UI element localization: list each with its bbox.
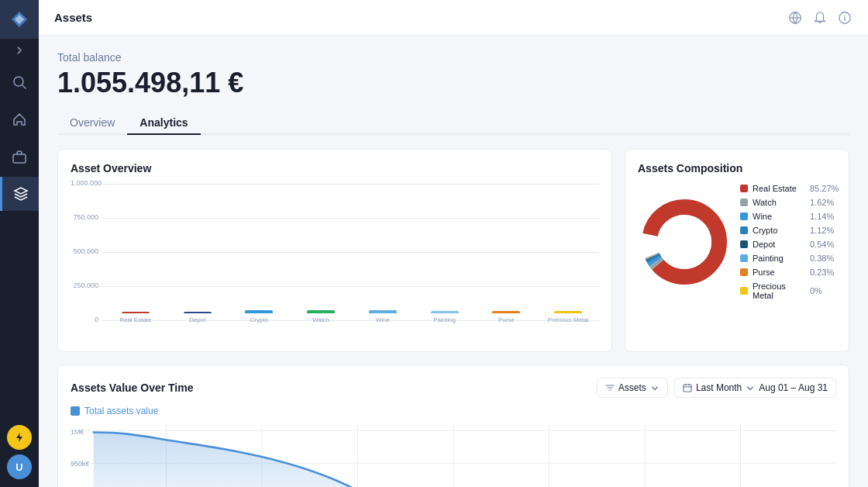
legend-pct-depot: 0.54% [810, 240, 834, 249]
sidebar-item-search[interactable] [0, 65, 39, 99]
sidebar-logo [0, 0, 39, 39]
bar-group-painting: Painting [414, 311, 476, 323]
bar-label-painting: Painting [433, 316, 456, 323]
briefcase-icon [12, 149, 27, 164]
bar-group-preciousmetal: Precious Metal [537, 311, 599, 323]
search-icon [12, 74, 27, 90]
line-chart-svg: 1M€ 950k€ 885k€ [71, 423, 836, 487]
bar-chart-title: Asset Overview [71, 162, 599, 174]
svg-rect-13 [684, 385, 691, 392]
legend-pct-purse: 0.23% [810, 268, 834, 277]
bar-watch [307, 310, 335, 313]
donut-svg [638, 195, 731, 288]
bell-icon[interactable] [812, 10, 828, 26]
legend-pct-wine: 1.14% [810, 212, 834, 221]
legend-item-crypto: Crypto 1.12% [740, 226, 839, 235]
topbar-icons [787, 10, 852, 26]
legend-item-preciousmetal: Precious Metal 0% [740, 281, 839, 300]
svg-point-0 [14, 77, 23, 86]
legend-name-wine: Wine [753, 212, 805, 221]
bar-label-purse: Purse [498, 316, 515, 323]
bar-chart-card: Asset Overview 1.000.000 750.000 500.000 [57, 149, 612, 352]
svg-text:950k€: 950k€ [71, 460, 89, 468]
last-month-label: Last Month [696, 382, 742, 393]
bolt-badge[interactable] [7, 425, 32, 450]
legend-item-wine: Wine 1.14% [740, 212, 839, 221]
legend-dot-realestate [740, 185, 748, 192]
bar-label-watch: Watch [312, 316, 329, 323]
sidebar-bottom: U [7, 425, 32, 487]
legend-item-painting: Painting 0.38% [740, 254, 839, 263]
legend-dot-purse [740, 268, 748, 276]
legend-name-depot: Depot [753, 240, 805, 249]
charts-row: Asset Overview 1.000.000 750.000 500.000 [57, 149, 849, 352]
grid-label-2: 750.000 [71, 213, 98, 221]
donut-chart-card: Assets Composition [625, 149, 849, 352]
legend-dot-watch [740, 199, 748, 206]
legend-name-purse: Purse [753, 268, 805, 277]
bar-chart-area: 1.000.000 750.000 500.000 250.000 0 [71, 184, 599, 339]
layers-icon [13, 186, 29, 202]
sidebar-item-home[interactable] [0, 102, 39, 136]
legend-item-depot: Depot 0.54% [740, 240, 839, 249]
legend-line-dot [71, 406, 80, 416]
legend-dot-preciousmetal [740, 287, 748, 295]
balance-section: Total balance 1.055.498,11 € [57, 51, 849, 99]
date-range-label: Aug 01 – Aug 31 [759, 382, 828, 393]
globe-icon[interactable] [787, 10, 803, 26]
svg-point-4 [844, 15, 845, 16]
date-range-button[interactable]: Last Month Aug 01 – Aug 31 [674, 378, 836, 398]
svg-rect-1 [13, 154, 26, 163]
grid-label-4: 250.000 [71, 281, 98, 289]
bar-crypto [245, 310, 273, 313]
sidebar-item-briefcase[interactable] [0, 140, 39, 174]
filter-assets-button[interactable]: Assets [597, 378, 668, 398]
bar-group-depot: Depot [167, 312, 229, 323]
line-chart-area: 1M€ 950k€ 885k€ [71, 423, 836, 487]
tab-analytics[interactable]: Analytics [127, 112, 200, 135]
donut-chart-title: Assets Composition [638, 162, 836, 174]
legend-pct-preciousmetal: 0% [810, 286, 822, 295]
legend-dot-painting [740, 254, 748, 262]
avatar[interactable]: U [7, 454, 32, 479]
grid-label-1: 1.000.000 [71, 179, 98, 187]
bar-purse [492, 311, 520, 313]
bar-label-crypto: Crypto [250, 316, 269, 323]
filter-label: Assets [618, 382, 646, 393]
bars-container: Real Estate Depot Crypto Watch [105, 184, 599, 323]
bar-painting [431, 311, 459, 313]
grid-label-3: 500.000 [71, 247, 98, 255]
legend-pct-painting: 0.38% [810, 254, 834, 263]
bar-depot [184, 312, 212, 313]
legend-name-painting: Painting [753, 254, 805, 263]
bar-group-purse: Purse [476, 311, 538, 323]
content-area: Total balance 1.055.498,11 € Overview An… [39, 36, 868, 487]
bar-group-watch: Watch [290, 310, 352, 323]
main-content: Assets [39, 0, 868, 487]
time-chart-legend: Total assets value [71, 406, 836, 416]
bar-wine [369, 310, 397, 313]
legend-dot-crypto [740, 226, 748, 234]
svg-text:1M€: 1M€ [71, 427, 84, 435]
time-card-header: Assets Value Over Time Assets [71, 378, 836, 398]
info-icon[interactable] [837, 10, 852, 26]
legend-name-watch: Watch [753, 198, 805, 207]
svg-point-12 [657, 215, 711, 269]
sidebar: U [0, 0, 39, 487]
time-card-controls: Assets Last Month [597, 378, 836, 398]
tab-overview[interactable]: Overview [57, 112, 127, 135]
chevron-down-icon-2 [746, 383, 755, 392]
home-icon [12, 112, 27, 127]
logo-icon [9, 9, 30, 30]
sidebar-toggle[interactable] [0, 39, 39, 62]
toggle-icon [13, 44, 26, 57]
legend-name-crypto: Crypto [753, 226, 805, 235]
donut-content: Real Estate 85.27% Watch 1.62% Wine 1.14… [638, 184, 836, 300]
tabs: Overview Analytics [57, 112, 849, 135]
filter-icon [605, 383, 615, 392]
legend-dot-wine [740, 212, 748, 220]
bar-label-wine: Wine [376, 316, 390, 323]
legend-item-purse: Purse 0.23% [740, 268, 839, 277]
sidebar-item-assets[interactable] [0, 177, 39, 211]
bar-realestate [122, 312, 150, 313]
